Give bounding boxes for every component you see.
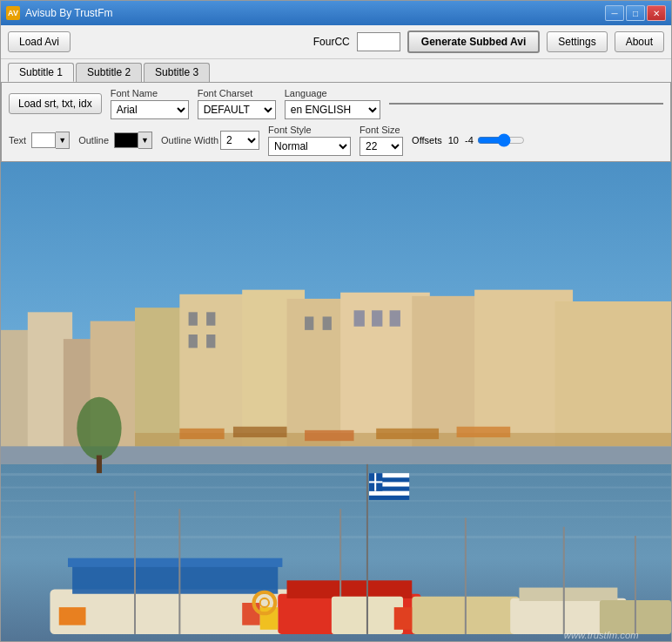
svg-rect-33	[1, 516, 671, 517]
text-preview-area	[389, 103, 663, 105]
svg-rect-17	[305, 316, 313, 329]
outline-label: Outline	[78, 135, 109, 145]
offsets-group: Offsets 10 -4	[412, 134, 525, 146]
offset-y-value: -4	[465, 135, 474, 145]
svg-rect-30	[1, 473, 671, 476]
app-icon: AV	[6, 6, 20, 20]
offsets-label: Offsets	[412, 135, 442, 145]
svg-rect-21	[390, 310, 400, 326]
svg-rect-51	[369, 491, 409, 496]
svg-rect-37	[68, 558, 282, 567]
outline-color-dropdown[interactable]: ▼	[138, 132, 152, 149]
font-style-select[interactable]: Normal Bold Italic Bold Italic	[268, 137, 351, 156]
preview-area: www.trustfm.com	[1, 162, 671, 641]
outline-width-select[interactable]: 2 1 3	[220, 131, 259, 150]
svg-rect-32	[1, 500, 671, 502]
svg-rect-27	[457, 427, 511, 437]
font-charset-select[interactable]: DEFAULT	[198, 100, 276, 119]
tab-subtitle-1[interactable]: Subtitle 1	[8, 63, 74, 82]
maximize-button[interactable]: □	[626, 5, 645, 21]
load-srt-button[interactable]: Load srt, txt, idx	[9, 93, 102, 114]
svg-rect-20	[372, 310, 382, 326]
svg-rect-25	[305, 430, 353, 441]
svg-rect-24	[233, 427, 287, 437]
svg-rect-23	[179, 429, 224, 439]
svg-point-65	[77, 397, 121, 460]
offset-slider[interactable]	[477, 134, 525, 146]
about-button[interactable]: About	[615, 31, 664, 52]
language-select[interactable]: en ENGLISH	[285, 100, 380, 119]
font-name-label: Font Name	[111, 88, 189, 98]
font-size-select[interactable]: 22 16 18 20 24	[360, 137, 403, 156]
harbor-preview: www.trustfm.com	[1, 162, 671, 641]
svg-rect-36	[72, 563, 278, 594]
font-size-label: Font Size	[360, 125, 403, 135]
minimize-button[interactable]: ─	[605, 5, 624, 21]
load-avi-button[interactable]: Load Avi	[8, 31, 71, 52]
fourcc-input[interactable]	[357, 32, 400, 51]
tab-subtitle-2[interactable]: Subtitle 2	[76, 63, 142, 82]
font-style-group: Font Style Normal Bold Italic Bold Itali…	[268, 125, 351, 156]
toolbar-right: FourCC Generate Subbed Avi Settings Abou…	[313, 30, 664, 53]
svg-rect-43	[287, 580, 413, 598]
title-controls: ─ □ ✕	[605, 5, 666, 21]
close-button[interactable]: ✕	[647, 5, 666, 21]
language-group: Language en ENGLISH	[285, 88, 380, 119]
font-size-group: Font Size 22 16 18 20 24	[360, 125, 403, 156]
svg-rect-14	[206, 312, 215, 325]
offset-x-value: 10	[448, 135, 459, 145]
svg-rect-13	[189, 312, 198, 325]
font-name-group: Font Name Arial	[111, 88, 189, 119]
text-label: Text	[9, 135, 26, 145]
svg-rect-31	[1, 487, 671, 489]
tab-subtitle-3[interactable]: Subtitle 3	[144, 63, 210, 82]
font-charset-group: Font Charset DEFAULT	[198, 88, 276, 119]
panel-row-1: Load srt, txt, idx Font Name Arial Font …	[9, 88, 663, 119]
control-panel: Load srt, txt, idx Font Name Arial Font …	[1, 82, 671, 162]
svg-rect-19	[354, 310, 365, 326]
svg-rect-15	[189, 335, 198, 348]
svg-text:www.trustfm.com: www.trustfm.com	[564, 630, 639, 640]
font-name-select[interactable]: Arial	[111, 100, 189, 119]
svg-rect-18	[323, 316, 332, 329]
svg-rect-59	[519, 588, 617, 601]
text-color-group: Text ▼	[9, 132, 70, 149]
svg-rect-40	[59, 607, 86, 625]
svg-rect-41	[242, 603, 260, 625]
main-window: AV Avisub By TrustFm ─ □ ✕ Load Avi Four…	[0, 0, 672, 642]
outline-color-group: Outline ▼	[78, 132, 152, 149]
outline-width-group: Outline Width 2 1 3	[161, 131, 259, 150]
title-bar: AV Avisub By TrustFm ─ □ ✕	[1, 1, 671, 25]
tabs-bar: Subtitle 1 Subtitle 2 Subtitle 3	[1, 59, 671, 82]
language-label: Language	[285, 88, 380, 98]
generate-button[interactable]: Generate Subbed Avi	[407, 30, 540, 53]
fourcc-label: FourCC	[313, 36, 350, 48]
offset-slider-container	[477, 134, 525, 146]
text-color-swatch	[31, 132, 56, 148]
panel-row-2: Text ▼ Outline ▼ Outline Width	[9, 125, 663, 156]
text-preview-group	[389, 103, 663, 105]
font-charset-label: Font Charset	[198, 88, 276, 98]
svg-rect-57	[394, 607, 413, 630]
toolbar: Load Avi FourCC Generate Subbed Avi Sett…	[1, 25, 671, 59]
svg-rect-16	[206, 335, 215, 348]
svg-rect-66	[97, 456, 102, 474]
svg-rect-34	[1, 536, 671, 538]
settings-button[interactable]: Settings	[547, 31, 607, 52]
svg-rect-26	[376, 429, 439, 439]
text-color-dropdown[interactable]: ▼	[56, 132, 70, 149]
title-bar-left: AV Avisub By TrustFm	[6, 6, 112, 20]
outline-width-label: Outline Width	[161, 135, 218, 145]
outline-color-swatch	[114, 132, 138, 148]
font-style-label: Font Style	[268, 125, 351, 135]
window-title: Avisub By TrustFm	[25, 7, 112, 19]
